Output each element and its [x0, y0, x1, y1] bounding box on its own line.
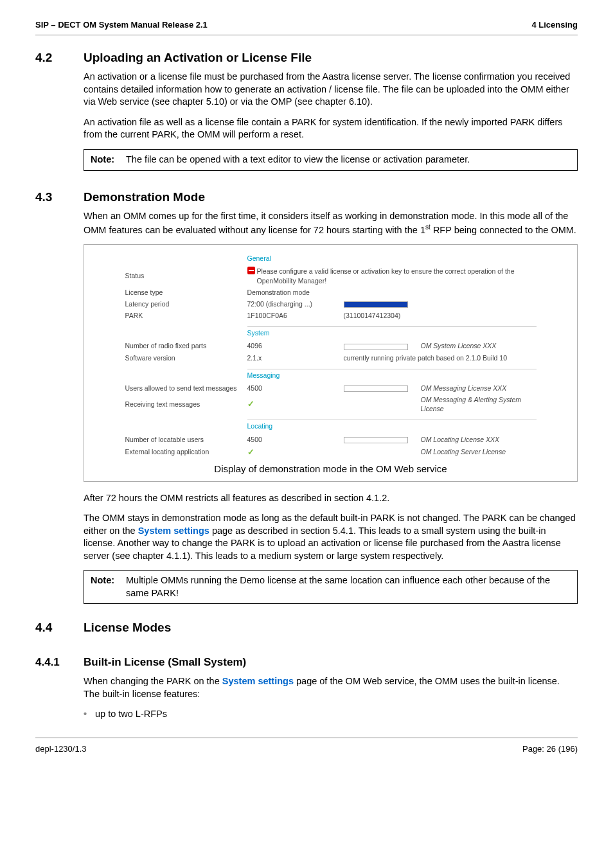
section-4-2-body: An activation or a license file must be …: [84, 71, 578, 170]
note-label: Note:: [91, 154, 126, 166]
section-4-4-heading: 4.4 License Modes: [35, 619, 578, 636]
text: up to two L-RFPs: [95, 709, 167, 719]
value-latency: 72:00 (discharging ...): [247, 299, 344, 308]
license-users: OM Messaging License XXX: [421, 384, 537, 393]
label-park: PARK: [125, 311, 247, 320]
link-system-settings[interactable]: System settings: [222, 676, 294, 686]
value-sw-version: 2.1.x: [247, 353, 344, 362]
table-row: General: [125, 251, 537, 265]
text: When changing the PARK on the: [84, 676, 222, 686]
label-ext-loc: External locating application: [125, 447, 247, 456]
footer-right: Page: 26 (196): [522, 743, 578, 755]
table-row: PARK 1F100CF0A6 (31100147412304): [125, 310, 537, 321]
label-loc-users: Number of locatable users: [125, 435, 247, 444]
license-loc: OM Locating License XXX: [421, 435, 537, 444]
note-box: Note: Multiple OMMs running the Demo lic…: [84, 570, 578, 604]
group-header-messaging: Messaging: [247, 369, 537, 381]
section-title: License Modes: [84, 619, 171, 636]
text: RFP being connected to the OMM.: [431, 225, 576, 235]
paragraph: When an OMM comes up for the first time,…: [84, 210, 578, 236]
header-rule: [35, 35, 578, 35]
section-number: 4.3: [35, 189, 84, 206]
section-4-4-1-heading: 4.4.1 Built-in License (Small System): [35, 655, 578, 670]
check-icon: ✓: [247, 399, 254, 409]
check-icon: ✓: [247, 447, 254, 457]
note-text: Multiple OMMs running the Demo license a…: [126, 574, 571, 599]
table-row: System: [125, 325, 537, 340]
value-loc-users: 4500: [247, 435, 344, 444]
table-row: Locating: [125, 418, 537, 433]
section-title: Demonstration Mode: [84, 189, 205, 206]
license-ext-loc: OM Locating Server License: [421, 447, 537, 456]
paragraph: An activation or a license file must be …: [84, 71, 578, 109]
label-receiving: Receiving text messages: [125, 400, 247, 409]
table-row: Number of locatable users 4500 OM Locati…: [125, 434, 537, 445]
figure-caption: Display of demonstration mode in the OM …: [84, 463, 577, 475]
note-box: Note: The file can be opened with a text…: [84, 149, 578, 171]
paragraph: When changing the PARK on the System set…: [84, 675, 578, 700]
section-4-2-heading: 4.2 Uploading an Activation or License F…: [35, 49, 578, 66]
section-4-3-heading: 4.3 Demonstration Mode: [35, 189, 578, 206]
progress-nrfp: [344, 341, 421, 350]
value-license-type: Demonstration mode: [247, 288, 310, 297]
progress-loc: [344, 435, 421, 444]
group-header-locating: Locating: [247, 420, 537, 432]
table-row: Number of radio fixed parts 4096 OM Syst…: [125, 340, 537, 351]
table-row: External locating application ✓ OM Locat…: [125, 445, 537, 459]
label-license-type: License type: [125, 288, 247, 297]
label-status: Status: [125, 271, 247, 280]
figure-inner: General Status Please configure a valid …: [125, 251, 537, 459]
paragraph: An activation file as well as a license …: [84, 116, 578, 141]
list-item: up to two L-RFPs: [84, 708, 578, 721]
label-nrfp: Number of radio fixed parts: [125, 341, 247, 350]
table-row: Software version 2.1.x currently running…: [125, 352, 537, 364]
section-title: Uploading an Activation or License File: [84, 49, 312, 66]
header-left: SIP – DECT OM System Manual Release 2.1: [35, 19, 208, 31]
value-users-send: 4500: [247, 384, 344, 393]
note-text: The file can be opened with a text edito…: [126, 154, 470, 166]
group-header-system: System: [247, 326, 537, 339]
section-4-4-1-body: When changing the PARK on the System set…: [84, 675, 578, 721]
table-row: Status Please configure a valid license …: [125, 265, 537, 286]
progress-users: [344, 384, 421, 393]
section-number: 4.4: [35, 619, 84, 636]
license-receiving: OM Messaging & Alerting System License: [421, 395, 537, 413]
table-row: Receiving text messages ✓ OM Messaging &…: [125, 394, 537, 414]
note-sw-version: currently running private patch based on…: [344, 353, 537, 362]
table-row: License type Demonstration mode: [125, 287, 537, 298]
section-4-3-body: When an OMM comes up for the first time,…: [84, 210, 578, 604]
label-latency: Latency period: [125, 299, 247, 308]
table-row: Latency period 72:00 (discharging ...): [125, 298, 537, 310]
progress-latency: [344, 299, 408, 308]
label-sw-version: Software version: [125, 353, 247, 362]
page-footer: depl-1230/1.3 Page: 26 (196): [35, 738, 578, 755]
paragraph: The OMM stays in demonstration mode as l…: [84, 512, 578, 562]
table-row: Users allowed to send text messages 4500…: [125, 382, 537, 394]
table-row: Messaging: [125, 368, 537, 382]
superscript-st: st: [425, 224, 431, 231]
section-number: 4.4.1: [35, 655, 84, 670]
section-number: 4.2: [35, 49, 84, 66]
paragraph: After 72 hours the OMM restricts all fea…: [84, 492, 578, 505]
value-nrfp: 4096: [247, 341, 344, 350]
status-text: Please configure a valid license or acti…: [257, 267, 537, 285]
label-users-send: Users allowed to send text messages: [125, 384, 247, 393]
value-park-2: (31100147412304): [344, 311, 401, 320]
footer-left: depl-1230/1.3: [35, 743, 87, 755]
page-header: SIP – DECT OM System Manual Release 2.1 …: [35, 19, 578, 35]
stop-icon: [247, 267, 255, 274]
group-header-general: General: [247, 252, 537, 264]
bullet-list: up to two L-RFPs: [84, 708, 578, 721]
link-system-settings[interactable]: System settings: [138, 526, 209, 536]
header-right: 4 Licensing: [531, 19, 578, 31]
section-title: Built-in License (Small System): [84, 655, 246, 670]
value-park-1: 1F100CF0A6: [247, 311, 344, 320]
figure-demo-mode: General Status Please configure a valid …: [84, 244, 578, 481]
license-nrfp: OM System License XXX: [421, 341, 537, 350]
note-label: Note:: [91, 574, 126, 599]
